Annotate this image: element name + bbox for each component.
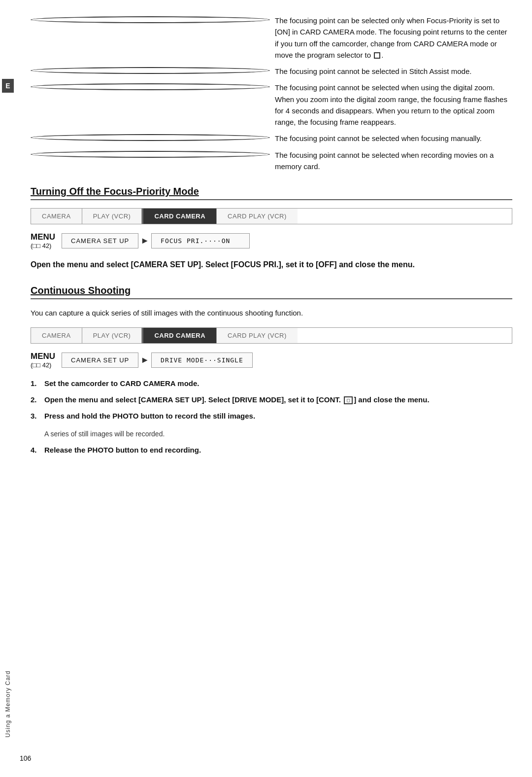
e-badge: E bbox=[2, 79, 14, 93]
cont-icon: □ bbox=[344, 396, 353, 404]
bullet-text-1: The focusing point cannot be selected in… bbox=[275, 66, 512, 77]
menu-label-text-2: MENU bbox=[31, 352, 55, 361]
mode-btn-play-1[interactable]: PLAY (VCR) bbox=[82, 209, 142, 224]
mode-bar-1: CAMERA PLAY (VCR) CARD CAMERA CARD PLAY … bbox=[31, 208, 512, 224]
menu-label-sub-1: (□□ 42) bbox=[31, 242, 58, 249]
left-tab: E Using a Memory Card bbox=[0, 0, 16, 777]
mode-btn-card-camera-1[interactable]: CARD CAMERA bbox=[143, 209, 217, 224]
menu-label-text-1: MENU bbox=[31, 232, 55, 242]
menu-value-2: DRIVE MODE···SINGLE bbox=[151, 353, 253, 368]
step-3-note: A series of still images will be recorde… bbox=[31, 429, 512, 439]
mode-btn-card-camera-2[interactable]: CARD CAMERA bbox=[143, 328, 217, 343]
bullet-circle-1 bbox=[31, 67, 270, 74]
bullet-circle-3 bbox=[31, 134, 270, 141]
step-2-num: 2. bbox=[31, 394, 44, 405]
mode-btn-camera-2[interactable]: CAMERA bbox=[31, 328, 82, 343]
step-2: 2. Open the menu and select [CAMERA SET … bbox=[31, 394, 512, 405]
bullet-item-0: The focusing point can be selected only … bbox=[31, 15, 512, 61]
bullet-list: The focusing point can be selected only … bbox=[31, 15, 512, 172]
mode-btn-card-play-1[interactable]: CARD PLAY (VCR) bbox=[217, 209, 298, 224]
mode-btn-play-2[interactable]: PLAY (VCR) bbox=[82, 328, 142, 343]
bullet-item-4: The focusing point cannot be selected wh… bbox=[31, 149, 512, 173]
bullet-circle-0 bbox=[31, 16, 270, 23]
menu-arrow-2: ► bbox=[140, 355, 149, 365]
num-list: 1. Set the camcorder to CARD CAMERA mode… bbox=[31, 378, 512, 422]
section1-heading: Turning Off the Focus-Priority Mode bbox=[31, 186, 512, 200]
menu-box-1: CAMERA SET UP bbox=[62, 233, 138, 248]
side-label: Using a Memory Card bbox=[4, 671, 11, 738]
step-1: 1. Set the camcorder to CARD CAMERA mode… bbox=[31, 378, 512, 389]
step-1-num: 1. bbox=[31, 378, 44, 389]
bullet-item-2: The focusing point cannot be selected wh… bbox=[31, 82, 512, 128]
main-content: The focusing point can be selected only … bbox=[16, 0, 532, 777]
menu-arrow-1: ► bbox=[140, 236, 149, 246]
step-3-text: Press and hold the PHOTO button to recor… bbox=[44, 410, 512, 422]
square-icon-0 bbox=[374, 52, 380, 59]
step-4-num: 4. bbox=[31, 444, 44, 456]
bullet-circle-2 bbox=[31, 83, 270, 90]
menu-label-1: MENU (□□ 42) bbox=[31, 232, 58, 249]
section2-heading: Continuous Shooting bbox=[31, 285, 512, 299]
page-wrapper: E Using a Memory Card The focusing point… bbox=[0, 0, 532, 777]
bullet-item-1: The focusing point cannot be selected in… bbox=[31, 66, 512, 77]
bullet-item-3: The focusing point cannot be selected wh… bbox=[31, 133, 512, 144]
menu-label-2: MENU (□□ 42) bbox=[31, 352, 58, 369]
mode-btn-card-play-2[interactable]: CARD PLAY (VCR) bbox=[217, 328, 298, 343]
num-list-2: 4. Release the PHOTO button to end recor… bbox=[31, 444, 512, 456]
menu-box-2: CAMERA SET UP bbox=[62, 353, 138, 368]
bullet-circle-4 bbox=[31, 151, 270, 158]
mode-bar-2: CAMERA PLAY (VCR) CARD CAMERA CARD PLAY … bbox=[31, 327, 512, 344]
step-2-text: Open the menu and select [CAMERA SET UP]… bbox=[44, 394, 512, 405]
bullet-text-2: The focusing point cannot be selected wh… bbox=[275, 82, 512, 128]
bullet-text-3: The focusing point cannot be selected wh… bbox=[275, 133, 512, 144]
bullet-text-0: The focusing point can be selected only … bbox=[275, 15, 512, 61]
menu-label-sub-2: (□□ 42) bbox=[31, 361, 58, 369]
bullet-text-4: The focusing point cannot be selected wh… bbox=[275, 149, 512, 173]
page-number: 106 bbox=[20, 754, 31, 762]
section1-block: Turning Off the Focus-Priority Mode CAME… bbox=[31, 186, 512, 271]
step-4: 4. Release the PHOTO button to end recor… bbox=[31, 444, 512, 456]
menu-value-1: FOCUS PRI.····ON bbox=[151, 233, 250, 248]
menu-row-2: MENU (□□ 42) CAMERA SET UP ► DRIVE MODE·… bbox=[31, 352, 512, 369]
section2-block: Continuous Shooting You can capture a qu… bbox=[31, 285, 512, 456]
menu-row-1: MENU (□□ 42) CAMERA SET UP ► FOCUS PRI.·… bbox=[31, 232, 512, 249]
step-3: 3. Press and hold the PHOTO button to re… bbox=[31, 410, 512, 422]
step-3-num: 3. bbox=[31, 410, 44, 422]
section2-desc: You can capture a quick series of still … bbox=[31, 307, 512, 318]
section1-instruction: Open the menu and select [CAMERA SET UP]… bbox=[31, 258, 512, 271]
mode-btn-camera-1[interactable]: CAMERA bbox=[31, 209, 82, 224]
step-1-text: Set the camcorder to CARD CAMERA mode. bbox=[44, 378, 512, 389]
step-4-text: Release the PHOTO button to end recordin… bbox=[44, 444, 512, 456]
